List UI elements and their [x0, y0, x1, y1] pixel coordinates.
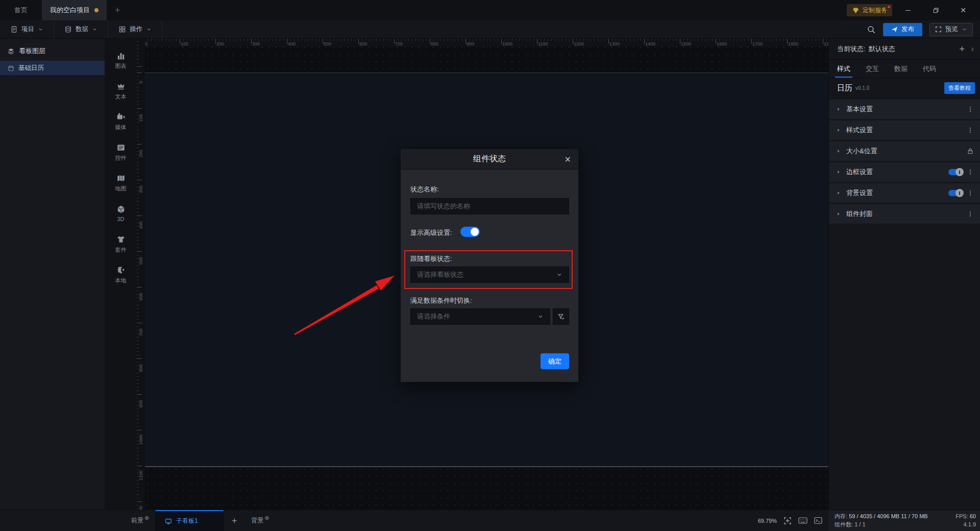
preview-button[interactable]: 预览: [929, 23, 973, 36]
suite-icon: [116, 235, 126, 244]
text-icon: [116, 82, 126, 91]
layers-panel-title: 看板图层: [19, 46, 45, 56]
toolbar: 项目 数据: [0, 20, 980, 39]
confirm-button[interactable]: 确定: [541, 353, 569, 369]
category-cube[interactable]: 3D: [105, 198, 137, 229]
close-button[interactable]: ✕: [951, 0, 975, 20]
chevron-down-icon: [146, 27, 152, 32]
category-map[interactable]: 地图: [105, 167, 137, 198]
section-toggle[interactable]: [948, 169, 962, 175]
layers-icon: [7, 47, 15, 55]
add-subboard-button[interactable]: +: [224, 510, 245, 531]
expand-states-chevron[interactable]: ›: [971, 44, 974, 54]
grid-icon: [118, 26, 126, 33]
category-local[interactable]: 本地: [105, 259, 137, 290]
foreground-add-icon[interactable]: ⊕: [144, 515, 149, 521]
unsaved-dot-icon: [94, 8, 99, 12]
dialog-close-button[interactable]: ✕: [565, 149, 571, 170]
category-text[interactable]: 文本: [105, 76, 137, 106]
background-add-icon[interactable]: ⊕: [264, 515, 269, 521]
section-基本设置[interactable]: 基本设置: [829, 100, 980, 119]
home-tab[interactable]: 首页: [0, 0, 42, 20]
new-project-tab-button[interactable]: +: [107, 0, 129, 20]
zoom-level[interactable]: 69.79%: [758, 518, 777, 524]
memory-info: 内存: 59 / 4035 / 4096 MB 11 / 70 MB: [835, 512, 928, 520]
h-ruler-label: 1600: [717, 41, 727, 46]
add-state-button[interactable]: +: [953, 43, 971, 55]
h-ruler-label: 1100: [538, 41, 548, 46]
foreground-label: 前景: [131, 516, 143, 525]
section-大小&位置[interactable]: 大小&位置: [829, 141, 980, 161]
category-media[interactable]: 媒体: [105, 106, 137, 137]
component-category-strip: 图表文本媒体控件地图3D套件本地: [105, 39, 137, 510]
subboard-tab[interactable]: 子看板1: [155, 510, 224, 531]
tab-code[interactable]: 代码: [923, 60, 936, 78]
keyboard-icon[interactable]: [798, 517, 807, 524]
h-ruler-label: 200: [216, 41, 224, 46]
map-icon: [116, 174, 126, 183]
kebab-menu-icon[interactable]: [967, 126, 974, 134]
control-icon: [116, 143, 126, 152]
current-state-row: 当前状态: 默认状态 + ›: [829, 39, 980, 60]
subboard-tab-label: 子看板1: [176, 517, 198, 525]
section-组件封面[interactable]: 组件封面: [829, 204, 980, 224]
caret-right-icon: [836, 128, 841, 133]
v-ruler-label: 600: [138, 289, 143, 304]
component-version: v0.1.0: [855, 85, 944, 91]
category-control[interactable]: 控件: [105, 137, 137, 167]
v-ruler-label: 100: [138, 110, 143, 126]
data-menu[interactable]: 数据: [54, 20, 108, 38]
v-ruler-label: 400: [138, 218, 143, 233]
category-chart[interactable]: 图表: [105, 45, 137, 76]
app-version: 4.1.9: [964, 520, 976, 528]
kebab-menu-icon[interactable]: [967, 168, 974, 176]
preview-label: 预览: [945, 25, 958, 34]
maximize-button[interactable]: [924, 0, 947, 20]
view-tutorial-button[interactable]: 查看教程: [944, 82, 975, 94]
screen-icon: [165, 518, 172, 525]
kebab-menu-icon[interactable]: [967, 210, 974, 218]
category-suite[interactable]: 套件: [105, 229, 137, 259]
tab-interaction[interactable]: 交互: [866, 60, 879, 78]
kebab-menu-icon[interactable]: [967, 189, 974, 197]
console-icon[interactable]: [814, 517, 822, 524]
project-tab[interactable]: 我的空白项目: [42, 0, 107, 20]
condition-select[interactable]: 请选择条件: [410, 308, 550, 325]
fit-screen-icon[interactable]: [783, 517, 792, 525]
paper-plane-icon: [891, 26, 898, 33]
layer-item-basic-calendar[interactable]: 基础日历: [0, 61, 105, 75]
v-ruler-label: 200: [138, 146, 143, 161]
state-name-input[interactable]: 请填写状态的名称: [410, 198, 569, 214]
tab-style[interactable]: 样式: [837, 60, 850, 78]
document-icon: [10, 26, 18, 33]
fullscreen-corners-icon: [935, 26, 942, 33]
chevron-down-icon: [92, 27, 97, 32]
publish-button[interactable]: 发布: [883, 23, 922, 36]
project-menu-label: 项目: [21, 25, 34, 34]
component-count-info: 组件数: 1 / 1: [835, 520, 866, 528]
section-toggle[interactable]: [948, 190, 962, 196]
v-ruler-label: 800: [138, 360, 143, 376]
customize-service-button[interactable]: 定制服务: [847, 4, 892, 16]
tab-data[interactable]: 数据: [894, 60, 908, 78]
section-边框设置[interactable]: 边框设置: [829, 162, 980, 182]
add-condition-button[interactable]: [553, 308, 569, 325]
section-背景设置[interactable]: 背景设置: [829, 183, 980, 203]
foreground-button[interactable]: 前景 ⊕: [125, 510, 155, 531]
advanced-settings-toggle[interactable]: [460, 227, 480, 237]
component-info-row: 日历 v0.1.0 查看教程: [829, 78, 980, 98]
section-样式设置[interactable]: 样式设置: [829, 120, 980, 140]
settings-sections: 基本设置样式设置大小&位置边框设置背景设置组件封面: [829, 98, 980, 224]
background-button[interactable]: 背景 ⊕: [245, 510, 275, 531]
h-ruler-label: 1000: [502, 41, 512, 46]
action-menu[interactable]: 操作: [108, 20, 162, 38]
h-ruler-label: 100: [181, 41, 188, 46]
project-menu[interactable]: 项目: [0, 20, 54, 38]
layer-item-label: 基础日历: [18, 64, 44, 73]
minimize-button[interactable]: ─: [896, 0, 920, 20]
v-ruler-label: 1100: [138, 468, 143, 483]
v-ruler-label: 900: [138, 396, 143, 412]
kebab-menu-icon[interactable]: [967, 105, 974, 113]
h-ruler-label: 1400: [645, 41, 655, 46]
search-icon[interactable]: [867, 25, 876, 34]
